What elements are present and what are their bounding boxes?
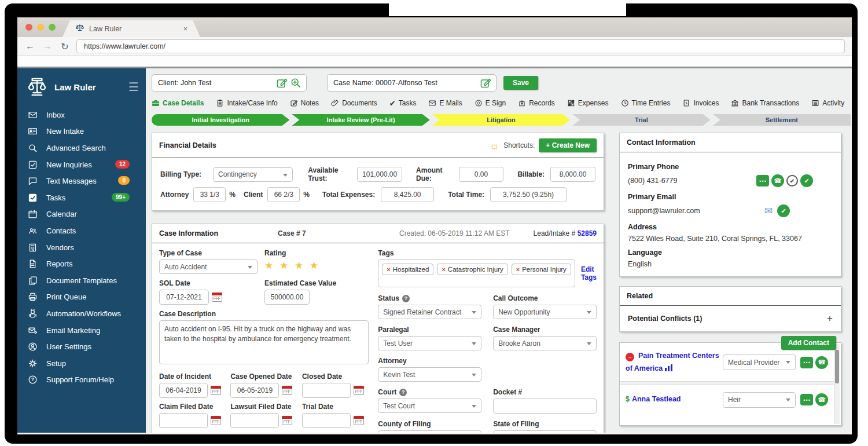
- sidebar-item-user-settings[interactable]: User Settings: [17, 338, 146, 355]
- back-icon[interactable]: ←: [24, 41, 36, 52]
- send-sms-icon[interactable]: ⋯: [756, 175, 769, 187]
- trial-date-input[interactable]: [302, 413, 351, 428]
- claim-filed-date-input[interactable]: [159, 413, 208, 428]
- remove-tag-icon[interactable]: ×: [442, 266, 445, 273]
- county-input[interactable]: Broward County: [378, 430, 481, 433]
- contact-call-icon[interactable]: ☎: [815, 356, 828, 369]
- stage-litigation[interactable]: Litigation: [432, 114, 570, 126]
- rating-stars[interactable]: ★ ★ ★ ★: [264, 261, 320, 270]
- sidebar-item-calendar[interactable]: Calendar: [17, 206, 146, 223]
- trial-date-calendar-icon[interactable]: [354, 416, 364, 425]
- tab-expenses[interactable]: Expenses: [567, 99, 609, 107]
- contact-name-link[interactable]: –Pain Treatment Centers of America: [626, 350, 723, 375]
- tab-documents[interactable]: Documents: [331, 99, 377, 107]
- tab-invoices[interactable]: $ Invoices: [682, 99, 719, 107]
- phone-verified-outline-icon[interactable]: ✔: [786, 175, 798, 187]
- search-client-icon[interactable]: [290, 77, 301, 89]
- contacts-scrollbar[interactable]: [834, 344, 840, 424]
- edit-case-name-icon[interactable]: [480, 77, 491, 89]
- tags-box[interactable]: ×Hospitalized ×Catastrophic Injury ×Pers…: [378, 259, 575, 287]
- remove-contact-icon[interactable]: –: [626, 353, 634, 361]
- tab-notes[interactable]: Notes: [290, 99, 319, 107]
- sidebar-item-print-queue[interactable]: Print Queue: [17, 289, 146, 306]
- stage-trial[interactable]: Trial: [572, 114, 710, 126]
- sidebar-item-tasks[interactable]: Tasks 99+: [17, 189, 146, 206]
- amount-due-value[interactable]: 0.00: [459, 167, 504, 182]
- closed-date-calendar-icon[interactable]: [354, 386, 364, 395]
- email-verified-icon[interactable]: ✔: [777, 204, 790, 217]
- date-of-incident-calendar-icon[interactable]: [211, 386, 221, 395]
- sidebar-item-inbox[interactable]: Inbox: [17, 107, 146, 123]
- court-help-icon[interactable]: ?: [399, 389, 407, 396]
- add-contact-button[interactable]: Add Contact: [781, 336, 836, 350]
- edit-client-icon[interactable]: [276, 77, 288, 89]
- sidebar-item-document-templates[interactable]: Document Templates: [17, 272, 146, 289]
- sidebar-item-support[interactable]: ? Support Forum/Help: [17, 372, 146, 389]
- court-select[interactable]: Test Court: [378, 399, 481, 413]
- tab-close-icon[interactable]: ×: [183, 25, 187, 33]
- lawsuit-filed-date-calendar-icon[interactable]: [282, 416, 292, 425]
- call-outcome-select[interactable]: New Opportunity: [493, 305, 597, 319]
- sol-date-input[interactable]: 07-12-2021: [159, 290, 209, 305]
- potential-conflicts-label[interactable]: Potential Conflicts (1): [628, 315, 702, 323]
- client-field[interactable]: Client: John Test: [152, 74, 307, 92]
- create-new-button[interactable]: + Create New: [539, 138, 597, 152]
- contact-role-select[interactable]: Medical Provider: [723, 354, 796, 370]
- case-name-field[interactable]: Case Name: 00007-Alfonso Test: [327, 74, 496, 92]
- contact-name-link[interactable]: $Anna Testlead: [626, 393, 723, 406]
- billable-value[interactable]: 8,000.00: [550, 167, 595, 182]
- sidebar-item-text-messages[interactable]: Text Messages 0: [17, 173, 146, 189]
- zoom-window-button[interactable]: [49, 24, 56, 31]
- phone-verified-icon[interactable]: ✔: [800, 174, 813, 187]
- sidebar-item-new-inquiries[interactable]: New Inquiries 12: [17, 156, 146, 173]
- state-select[interactable]: Florida: [493, 430, 597, 433]
- scrollbar-thumb[interactable]: [835, 350, 839, 383]
- tab-activity[interactable]: Activity: [811, 99, 844, 107]
- tab-emails[interactable]: E Mails: [428, 99, 462, 107]
- stage-intake-review[interactable]: Intake Review (Pre-Lit): [292, 114, 429, 126]
- contact-sms-icon[interactable]: ⋯: [800, 357, 813, 368]
- sidebar-item-automation[interactable]: Automation/Workflows: [17, 305, 146, 322]
- save-button[interactable]: Save: [503, 76, 538, 90]
- remove-tag-icon[interactable]: ×: [516, 266, 520, 273]
- sidebar-item-reports[interactable]: Reports: [17, 255, 146, 272]
- call-phone-icon[interactable]: ☎: [771, 174, 784, 187]
- browser-tab[interactable]: Law Ruler ×: [62, 20, 200, 37]
- paralegal-select[interactable]: Test User: [378, 336, 481, 350]
- reload-icon[interactable]: ↻: [59, 41, 71, 52]
- client-pct-input[interactable]: 66 2/3: [267, 187, 300, 202]
- date-of-incident-input[interactable]: 06-04-2019: [159, 383, 208, 398]
- status-help-icon[interactable]: ?: [402, 295, 410, 302]
- contact-call-icon[interactable]: ☎: [815, 393, 828, 406]
- tab-bank-transactions[interactable]: Bank Transactions: [731, 99, 799, 107]
- case-opened-date-calendar-icon[interactable]: [282, 386, 292, 395]
- status-select[interactable]: Signed Retainer Contract: [378, 305, 481, 319]
- remove-tag-icon[interactable]: ×: [387, 266, 390, 273]
- send-email-icon[interactable]: ✉: [762, 204, 775, 217]
- billing-type-select[interactable]: Contingency: [213, 167, 293, 182]
- type-of-case-select[interactable]: Auto Accident: [159, 259, 258, 274]
- sidebar-item-email-marketing[interactable]: Email Marketing: [17, 322, 146, 339]
- tab-intake-case-info[interactable]: Intake/Case Info: [216, 99, 277, 107]
- case-opened-date-input[interactable]: 06-05-2019: [230, 383, 279, 398]
- total-expenses-value[interactable]: 8,425.00: [381, 187, 434, 202]
- sol-date-calendar-icon[interactable]: [212, 293, 222, 302]
- contact-sms-icon[interactable]: ⋯: [800, 394, 813, 405]
- forward-icon[interactable]: →: [42, 41, 53, 52]
- sidebar-item-vendors[interactable]: Vendors: [17, 239, 146, 256]
- url-input[interactable]: https://www.lawruler.com/: [76, 39, 845, 53]
- hamburger-menu-icon[interactable]: ☰: [128, 80, 139, 94]
- claim-filed-date-calendar-icon[interactable]: [211, 416, 221, 425]
- sidebar-item-setup[interactable]: Setup: [17, 355, 146, 372]
- attorney-select[interactable]: Kevin Test: [378, 367, 481, 382]
- estimated-value-input[interactable]: 500000.00: [264, 290, 310, 305]
- attorney-pct-input[interactable]: 33 1/3: [193, 187, 226, 202]
- tab-esign[interactable]: E Sign: [475, 99, 506, 107]
- available-trust-value[interactable]: 101,000.00: [357, 167, 402, 182]
- expand-conflicts-icon[interactable]: +: [827, 313, 833, 324]
- contact-role-select[interactable]: Heir: [723, 392, 796, 408]
- lawsuit-filed-date-input[interactable]: [230, 413, 279, 428]
- sidebar-item-new-intake[interactable]: New Intake: [17, 123, 146, 140]
- tab-time-entries[interactable]: Time Entries: [621, 99, 671, 107]
- minimize-window-button[interactable]: [37, 24, 44, 31]
